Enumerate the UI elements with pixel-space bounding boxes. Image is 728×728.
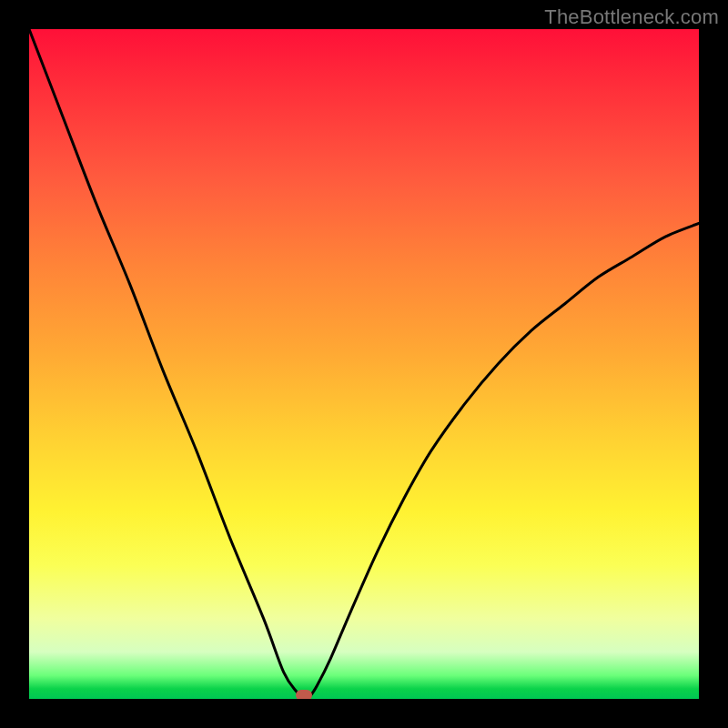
minimum-marker <box>296 690 312 699</box>
watermark-text: TheBottleneck.com <box>544 5 719 29</box>
bottleneck-curve <box>29 29 699 699</box>
chart-frame: TheBottleneck.com <box>0 0 728 728</box>
curve-svg <box>29 29 699 699</box>
plot-area <box>29 29 699 699</box>
